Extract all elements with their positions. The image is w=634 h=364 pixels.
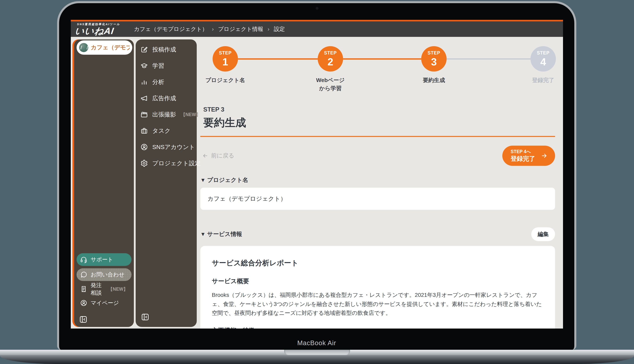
arrow-right-icon bbox=[541, 152, 547, 159]
menu-item-label: 出張撮影 bbox=[152, 110, 176, 119]
panel-collapse-icon bbox=[141, 313, 150, 322]
sidebar-item-label: マイページ bbox=[91, 299, 119, 307]
clapperboard-icon bbox=[140, 111, 148, 118]
headset-icon bbox=[80, 256, 87, 263]
service-report-card: サービス総合分析レポート サービス概要 Brooks（ブルックス）は、福岡県小郡… bbox=[200, 246, 555, 328]
triangle-marker-icon: ▼ bbox=[200, 177, 206, 183]
user-circle-icon bbox=[140, 143, 148, 151]
step-label: 要約生成 bbox=[402, 76, 466, 84]
primary-sidebar-accent: カフェ（デモプ… サポート お問い合わせ bbox=[72, 40, 134, 327]
step-circle: STEP 2 bbox=[318, 46, 343, 72]
service-info-label-text: サービス情報 bbox=[207, 230, 242, 238]
triangle-marker-icon: ▼ bbox=[200, 231, 206, 238]
sidebar-item-support[interactable]: サポート bbox=[77, 253, 132, 266]
menu-item-learning[interactable]: 学習 bbox=[140, 58, 197, 74]
sidebar-item-label: 発注相談 bbox=[91, 282, 104, 297]
menu-item-project-settings[interactable]: プロジェクト設定 bbox=[140, 155, 197, 172]
new-badge: 【NEW】 bbox=[108, 286, 128, 292]
back-link-label: 前に戻る bbox=[211, 152, 234, 160]
sidebar-item-label: お問い合わせ bbox=[91, 271, 125, 278]
step-label: 登録完了 bbox=[511, 76, 563, 84]
laptop-base-notch bbox=[284, 350, 350, 355]
device-label: MacBook Air bbox=[57, 339, 576, 347]
user-circle-icon bbox=[80, 300, 87, 306]
step-label: プロジェクト名 bbox=[197, 76, 257, 84]
step-circle: STEP 4 bbox=[530, 46, 556, 72]
page-title: 要約生成 bbox=[203, 116, 555, 130]
step-1: STEP 1 プロジェクト名 bbox=[197, 46, 257, 84]
menu-item-label: 投稿作成 bbox=[152, 46, 176, 54]
project-selector[interactable]: カフェ（デモプ… bbox=[77, 40, 132, 55]
secondary-sidebar-collapse[interactable] bbox=[141, 313, 150, 322]
primary-sidebar: カフェ（デモプ… サポート お問い合わせ bbox=[74, 40, 134, 327]
next-step-button[interactable]: STEP 4へ 登録完了 bbox=[502, 146, 555, 166]
breadcrumb-settings[interactable]: 設定 bbox=[274, 25, 285, 33]
laptop-base-bottom bbox=[0, 355, 634, 364]
report-overview-text: Brooks（ブルックス）は、福岡県小郡市にある複合型カフェ・レストランです。2… bbox=[212, 290, 544, 318]
service-info-row: ▼ サービス情報 編集 bbox=[200, 227, 555, 241]
sidebar-item-label: サポート bbox=[91, 256, 113, 263]
sidebar-item-mypage[interactable]: マイページ bbox=[77, 297, 132, 309]
step-toolbar: 前に戻る STEP 4へ 登録完了 bbox=[200, 146, 555, 166]
step-number: 4 bbox=[540, 57, 546, 67]
macbook-mockup: SNS運用超効率化AIツール いいねAI カフェ（デモプロジェクト） › プロジ… bbox=[0, 0, 634, 364]
gear-icon bbox=[140, 160, 148, 167]
menu-item-label: SNSアカウント bbox=[152, 143, 195, 151]
app-logo[interactable]: SNS運用超効率化AIツール いいねAI bbox=[74, 23, 121, 36]
section-step-label: STEP 3 bbox=[203, 106, 555, 113]
chevron-right-icon: › bbox=[268, 26, 269, 32]
megaphone-icon bbox=[140, 94, 148, 102]
edit-icon bbox=[140, 46, 148, 53]
step-label: Webページ から学習 bbox=[299, 76, 362, 92]
secondary-sidebar: 投稿作成 学習 分析 bbox=[136, 40, 197, 327]
webcam-dot bbox=[316, 7, 318, 10]
project-name-label-text: プロジェクト名 bbox=[207, 176, 248, 184]
app-viewport: SNS運用超効率化AIツール いいねAI カフェ（デモプロジェクト） › プロジ… bbox=[71, 20, 563, 328]
breadcrumb-project[interactable]: カフェ（デモプロジェクト） bbox=[134, 25, 207, 33]
step-prefix: STEP bbox=[428, 51, 440, 55]
report-title: サービス総合分析レポート bbox=[212, 258, 544, 268]
step-circle: STEP 1 bbox=[213, 46, 238, 72]
step-prefix: STEP bbox=[324, 51, 337, 55]
edit-button[interactable]: 編集 bbox=[531, 227, 555, 241]
chat-bubble-icon bbox=[80, 271, 87, 278]
menu-item-label: 広告作成 bbox=[152, 94, 176, 102]
next-step-line2: 登録完了 bbox=[511, 155, 535, 163]
logo-tagline: SNS運用超効率化AIツール bbox=[77, 23, 121, 26]
next-step-button-text: STEP 4へ 登録完了 bbox=[511, 149, 535, 163]
chevron-right-icon: › bbox=[212, 26, 214, 32]
step-number: 1 bbox=[222, 57, 228, 67]
breadcrumb-project-info[interactable]: プロジェクト情報 bbox=[218, 25, 263, 33]
project-selector-label: カフェ（デモプ… bbox=[91, 44, 130, 52]
menu-item-photo-shoot[interactable]: 出張撮影 【NEW】 bbox=[140, 106, 197, 123]
panel-collapse-icon bbox=[79, 315, 88, 324]
primary-sidebar-footer: サポート お問い合わせ 発注相談 【NEW】 bbox=[77, 253, 132, 324]
menu-item-label: プロジェクト設定 bbox=[152, 159, 201, 168]
logo-title: いいねAI bbox=[74, 26, 120, 36]
project-name-label: ▼ プロジェクト名 bbox=[200, 176, 555, 184]
sidebar-item-contact[interactable]: お問い合わせ bbox=[77, 268, 132, 281]
next-step-line1: STEP 4へ bbox=[511, 149, 531, 155]
feature-menu: 投稿作成 学習 分析 bbox=[136, 40, 197, 172]
receipt-icon bbox=[80, 286, 87, 293]
menu-item-analytics[interactable]: 分析 bbox=[140, 74, 197, 90]
bar-chart-icon bbox=[140, 78, 148, 86]
app-header: SNS運用超効率化AIツール いいねAI カフェ（デモプロジェクト） › プロジ… bbox=[71, 20, 563, 37]
step-indicator: STEP 1 プロジェクト名 STEP 2 Webページ から学習 bbox=[200, 46, 555, 96]
briefcase-icon bbox=[140, 127, 148, 134]
menu-item-label: 学習 bbox=[152, 62, 164, 70]
step-prefix: STEP bbox=[219, 51, 232, 55]
menu-item-sns-accounts[interactable]: SNSアカウント bbox=[140, 139, 197, 155]
section-heading: STEP 3 要約生成 bbox=[203, 106, 555, 130]
graduation-cap-icon bbox=[140, 62, 148, 70]
back-link[interactable]: 前に戻る bbox=[202, 152, 234, 160]
menu-item-create-ad[interactable]: 広告作成 bbox=[140, 90, 197, 106]
menu-item-tasks[interactable]: タスク bbox=[140, 123, 197, 139]
sidebar-item-order-consult[interactable]: 発注相談 【NEW】 bbox=[77, 283, 132, 295]
step-circle: STEP 3 bbox=[421, 46, 447, 72]
project-name-input[interactable] bbox=[200, 188, 555, 210]
menu-item-create-post[interactable]: 投稿作成 bbox=[140, 42, 197, 58]
project-avatar bbox=[79, 43, 88, 52]
step-3: STEP 3 要約生成 bbox=[402, 46, 466, 84]
primary-sidebar-collapse[interactable] bbox=[77, 315, 132, 324]
